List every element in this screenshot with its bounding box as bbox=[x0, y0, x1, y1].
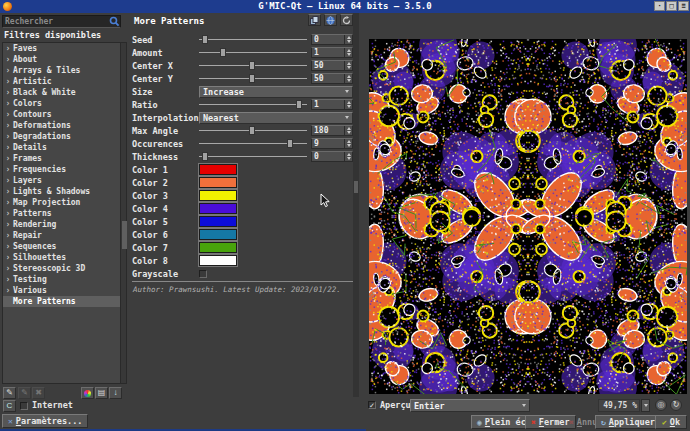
expand-arrow-icon[interactable]: › bbox=[3, 153, 13, 164]
filter-category-deformations[interactable]: ›Deformations bbox=[3, 120, 120, 131]
filter-category-list[interactable]: ›Faves›About›Arrays & Tiles›Artistic›Bla… bbox=[2, 42, 120, 384]
copy-command-icon[interactable] bbox=[308, 14, 321, 26]
window-menu-icon[interactable]: ≡ bbox=[678, 1, 689, 11]
slider-center-x[interactable] bbox=[199, 60, 307, 71]
tags-grid-icon[interactable]: ▤ bbox=[95, 387, 108, 399]
color-swatch-color-4[interactable] bbox=[199, 203, 237, 214]
spinbox-arrows-icon[interactable] bbox=[344, 152, 352, 161]
filter-category-frequencies[interactable]: ›Frequencies bbox=[3, 164, 120, 175]
filter-list-scrollbar[interactable] bbox=[120, 42, 127, 384]
preview-image[interactable] bbox=[369, 39, 687, 394]
spinbox-arrows-icon[interactable] bbox=[344, 139, 352, 148]
expand-arrow-icon[interactable]: › bbox=[3, 43, 13, 54]
filter-category-contours[interactable]: ›Contours bbox=[3, 109, 120, 120]
expand-arrow-icon[interactable]: › bbox=[3, 186, 13, 197]
filter-category-sequences[interactable]: ›Sequences bbox=[3, 241, 120, 252]
filter-category-patterns[interactable]: ›Patterns bbox=[3, 208, 120, 219]
slider-max-angle[interactable] bbox=[199, 125, 307, 136]
expand-arrow-icon[interactable]: › bbox=[3, 285, 13, 296]
expand-arrow-icon[interactable]: › bbox=[3, 109, 13, 120]
preview-zoom-value[interactable]: 49,75 % bbox=[598, 399, 640, 412]
minimize-icon[interactable]: · bbox=[654, 1, 665, 11]
filter-category-testing[interactable]: ›Testing bbox=[3, 274, 120, 285]
checkbox-grayscale[interactable] bbox=[199, 270, 207, 278]
color-swatch-color-5[interactable] bbox=[199, 216, 237, 227]
select-size[interactable]: Increase bbox=[199, 86, 353, 98]
reset-parameters-icon[interactable] bbox=[340, 14, 353, 26]
value-seed[interactable]: 0 bbox=[311, 34, 353, 45]
slider-thickness[interactable] bbox=[199, 151, 307, 162]
slider-amount[interactable] bbox=[199, 47, 307, 58]
search-icon[interactable] bbox=[109, 16, 120, 27]
filter-category-more-patterns[interactable]: More Patterns bbox=[3, 296, 120, 307]
filter-category-details[interactable]: ›Details bbox=[3, 142, 120, 153]
expand-arrow-icon[interactable]: › bbox=[3, 252, 13, 263]
expand-arrow-icon[interactable]: › bbox=[3, 54, 13, 65]
spinbox-arrows-icon[interactable] bbox=[344, 48, 352, 57]
expand-arrow-icon[interactable]: › bbox=[3, 142, 13, 153]
slider-handle[interactable] bbox=[296, 100, 302, 109]
internet-checkbox[interactable] bbox=[20, 402, 28, 410]
filter-category-degradations[interactable]: ›Degradations bbox=[3, 131, 120, 142]
search-input[interactable] bbox=[3, 17, 109, 26]
filter-search-box[interactable] bbox=[2, 15, 121, 28]
select-interpolation[interactable]: Nearest bbox=[199, 112, 353, 124]
zoom-fit-icon[interactable]: ◎ bbox=[655, 399, 667, 411]
expand-arrow-icon[interactable]: › bbox=[3, 175, 13, 186]
spinbox-arrows-icon[interactable] bbox=[344, 100, 352, 109]
web-globe-icon[interactable] bbox=[324, 14, 337, 26]
expand-arrow-icon[interactable]: › bbox=[3, 164, 13, 175]
slider-handle[interactable] bbox=[249, 126, 255, 135]
filter-category-faves[interactable]: ›Faves bbox=[3, 43, 120, 54]
scrollbar-handle[interactable] bbox=[122, 221, 127, 249]
spinbox-arrows-icon[interactable] bbox=[344, 61, 352, 70]
slider-center-y[interactable] bbox=[199, 73, 307, 84]
filter-category-repair[interactable]: ›Repair bbox=[3, 230, 120, 241]
slider-handle[interactable] bbox=[249, 74, 255, 83]
expand-arrow-icon[interactable]: › bbox=[3, 230, 13, 241]
filter-category-artistic[interactable]: ›Artistic bbox=[3, 76, 120, 87]
filter-category-black-white[interactable]: ›Black & White bbox=[3, 87, 120, 98]
value-ratio[interactable]: 1 bbox=[311, 99, 353, 110]
expand-arrow-icon[interactable]: › bbox=[3, 263, 13, 274]
preview-checkbox[interactable]: ✓ bbox=[368, 401, 376, 409]
ok-button[interactable]: ✔Ok bbox=[655, 415, 687, 429]
color-swatch-color-7[interactable] bbox=[199, 242, 237, 253]
expand-arrow-icon[interactable]: › bbox=[3, 76, 13, 87]
slider-seed[interactable] bbox=[199, 34, 307, 45]
settings-button[interactable]: ✕Paramètres... bbox=[2, 414, 88, 428]
expand-arrow-icon[interactable]: › bbox=[3, 274, 13, 285]
filter-category-arrays-tiles[interactable]: ›Arrays & Tiles bbox=[3, 65, 120, 76]
slider-handle[interactable] bbox=[287, 139, 293, 148]
filter-category-frames[interactable]: ›Frames bbox=[3, 153, 120, 164]
expand-arrow-icon[interactable]: › bbox=[3, 131, 13, 142]
spinbox-arrows-icon[interactable] bbox=[344, 74, 352, 83]
add-fave-pen-icon[interactable]: ✎ bbox=[3, 387, 16, 399]
preview-refresh-icon[interactable]: ↻ bbox=[670, 399, 682, 411]
scrollbar-handle[interactable] bbox=[354, 181, 358, 193]
expand-arrow-icon[interactable]: › bbox=[3, 197, 13, 208]
download-filters-icon[interactable]: ↓ bbox=[109, 387, 122, 399]
apply-button[interactable]: ↻Appliquer bbox=[595, 415, 661, 429]
value-center-x[interactable]: 50 bbox=[311, 60, 353, 71]
filter-category-about[interactable]: ›About bbox=[3, 54, 120, 65]
title-bar[interactable]: G'MIC-Qt – Linux 64 bits – 3.5.0 · □ ≡ bbox=[0, 0, 690, 13]
filter-category-lights-shadows[interactable]: ›Lights & Shadows bbox=[3, 186, 120, 197]
filter-category-colors[interactable]: ›Colors bbox=[3, 98, 120, 109]
refresh-filters-button[interactable]: C bbox=[3, 400, 16, 412]
slider-handle[interactable] bbox=[220, 48, 226, 57]
slider-ratio[interactable] bbox=[199, 99, 307, 110]
color-wheel-icon[interactable] bbox=[81, 387, 94, 399]
filter-category-layers[interactable]: ›Layers bbox=[3, 175, 120, 186]
expand-arrow-icon[interactable]: › bbox=[3, 98, 13, 109]
slider-handle[interactable] bbox=[202, 35, 208, 44]
expand-arrow-icon[interactable]: › bbox=[3, 208, 13, 219]
color-swatch-color-8[interactable] bbox=[199, 255, 237, 266]
expand-arrow-icon[interactable]: › bbox=[3, 241, 13, 252]
value-max-angle[interactable]: 180 bbox=[311, 125, 353, 136]
filter-category-map-projection[interactable]: ›Map Projection bbox=[3, 197, 120, 208]
value-center-y[interactable]: 50 bbox=[311, 73, 353, 84]
slider-handle[interactable] bbox=[249, 61, 255, 70]
expand-arrow-icon[interactable]: › bbox=[3, 120, 13, 131]
color-swatch-color-1[interactable] bbox=[199, 164, 237, 175]
